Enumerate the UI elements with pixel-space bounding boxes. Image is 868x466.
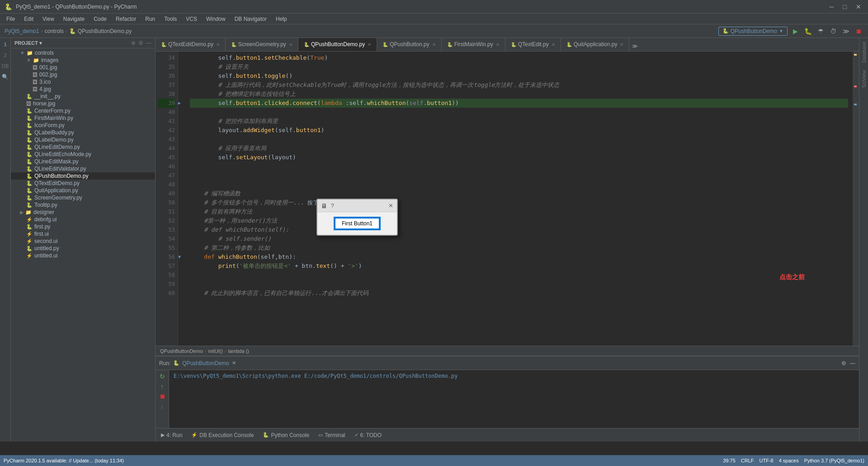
python-console-button[interactable]: 🐍 Python Console (259, 431, 313, 440)
tree-item-001jpg[interactable]: 🖼 001.jpg (11, 64, 155, 71)
db-console-button[interactable]: ⚡ DB Execution Console (188, 431, 257, 440)
tree-item-qlineeditmask[interactable]: 🐍 QLineEditMask.py (11, 158, 155, 165)
tree-item-firstui[interactable]: ⚡ first.ui (11, 230, 155, 238)
run-up-button[interactable]: ↑ (160, 383, 164, 390)
run-panel-close[interactable]: ✕ (232, 360, 236, 366)
tab-firstmainwin[interactable]: 🐍 FirstMainWin.py ✕ (442, 38, 505, 51)
tree-item-untitledpy[interactable]: 🐍 untitled.py (11, 245, 155, 252)
tab-close[interactable]: ✕ (289, 42, 292, 47)
locate-icon[interactable]: ⊕ (131, 40, 136, 46)
tree-item-init[interactable]: 🐍 __init__.py (11, 93, 155, 100)
run-tool-button[interactable]: ▶ 4: Run (157, 431, 186, 440)
todo-button[interactable]: ✓ 6: TODO (351, 431, 386, 440)
more-tabs-button[interactable]: ≫ (629, 41, 641, 51)
coverage-button[interactable]: ☂ (816, 26, 826, 36)
tree-item-qtexteditdemo[interactable]: 🐍 QTextEditDemo.py (11, 180, 155, 187)
tree-item-002jpg[interactable]: 🖼 002.jpg (11, 71, 155, 78)
menu-item-file[interactable]: File (3, 15, 19, 23)
tab-qtextedit[interactable]: 🐍 QTextEdit.py ✕ (505, 38, 561, 51)
menu-item-navigate[interactable]: Navigate (60, 15, 88, 23)
tree-item-tooltip[interactable]: 🐍 Tooltip.py (11, 201, 155, 209)
dialog-close-button[interactable]: ✕ (388, 202, 393, 209)
maximize-button[interactable]: □ (841, 3, 849, 10)
tree-item-qlabeldemo[interactable]: 🐍 QLabelDemo.py (11, 136, 155, 143)
breadcrumb-project[interactable]: PyQt5_demo1 (5, 28, 39, 34)
tree-item-designer[interactable]: ▶ 📁 designer (11, 209, 155, 216)
search-icon[interactable]: 🔍 (1, 72, 10, 81)
tab-screengeometry[interactable]: 🐍 ScreenGeometry.py ✕ (226, 38, 298, 51)
tree-item-qlabelbuddy[interactable]: 🐍 QLabelBuddy.py (11, 129, 155, 136)
menu-item-vcs[interactable]: VCS (182, 15, 201, 23)
run-panel-settings[interactable]: ⚙ (841, 360, 846, 366)
menu-item-tools[interactable]: Tools (160, 15, 180, 23)
tab-close[interactable]: ✕ (432, 42, 436, 47)
menu-item-view[interactable]: View (39, 15, 58, 23)
toolbar-right: 🐍 QPushButtonDemo ▼ ▶ 🐛 ☂ ⏱ ≫ ⏹ (718, 26, 863, 36)
run-icon: ▶ (161, 432, 165, 438)
tab-qpushbuttondemo[interactable]: 🐍 QPushButtonDemo.py ✕ (298, 38, 377, 51)
tree-item-centerform[interactable]: 🐍 CenterForm.py (11, 107, 155, 114)
collapse-icon[interactable]: — (146, 40, 151, 46)
settings-gear-icon[interactable]: ⚙ (138, 40, 143, 46)
tree-item-firstmainwin[interactable]: 🐍 FirstMainWin.py (11, 114, 155, 122)
tree-item-qlineeditecho[interactable]: 🐍 QLineEditEchoMode.py (11, 151, 155, 158)
structure-icon[interactable]: 2 (1, 51, 10, 60)
py-icon: 🐍 (26, 137, 33, 143)
todo-icon: ✓ (354, 432, 359, 438)
run-panel-minimize[interactable]: — (850, 360, 855, 366)
tree-item-qlineeditvalidator[interactable]: 🐍 QLineEditValidator.py (11, 165, 155, 172)
run-button[interactable]: ▶ (790, 26, 800, 36)
profile-button[interactable]: ⏱ (828, 26, 838, 36)
more-button[interactable]: ≫ (841, 26, 851, 36)
tree-item-secondui[interactable]: ⚡ second.ui (11, 238, 155, 245)
tab-close[interactable]: ✕ (368, 42, 371, 47)
tab-qtexteditdemo[interactable]: 🐍 QTextEditDemo.py ✕ (156, 38, 226, 51)
tree-item-images[interactable]: ▼ 📁 images (11, 57, 155, 64)
tab-qpushbutton[interactable]: 🐍 QPushButton.py ✕ (377, 38, 441, 51)
tree-item-debnfg[interactable]: ⚡ debnfg.ui (11, 216, 155, 223)
run-down-button[interactable]: ↓ (160, 403, 164, 410)
code-line-52: #第一种，用sender()方法 (190, 216, 848, 225)
sciview-panel-tab[interactable]: SciView (859, 67, 868, 91)
db-browser-icon[interactable]: DB (1, 62, 10, 71)
terminal-button[interactable]: ▭ Terminal (315, 431, 349, 440)
stop-button[interactable]: ⏹ (854, 26, 863, 36)
tab-close[interactable]: ✕ (552, 42, 555, 47)
menu-item-window[interactable]: Window (203, 15, 229, 23)
run-tab-label[interactable]: QPushButtonDemo (182, 360, 229, 366)
database-panel-tab[interactable]: Database (859, 38, 868, 67)
project-icon[interactable]: 1 (1, 40, 10, 49)
tree-item-horse[interactable]: 🖼 horse.jpg (11, 100, 155, 107)
rerun-button[interactable]: ↻ (160, 373, 165, 380)
code-editor[interactable]: 34 35 36 37 38 39 40 41 42 43 44 45 46 4… (156, 52, 859, 346)
menu-item-db navigator[interactable]: DB Navigator (231, 15, 270, 23)
tree-item-untitledui[interactable]: ⚡ untitled.ui (11, 252, 155, 259)
minimize-button[interactable]: ─ (827, 3, 836, 10)
tree-item-quitapp[interactable]: 🐍 QuitApplication.py (11, 187, 155, 194)
tab-close[interactable]: ✕ (620, 42, 623, 47)
tab-close[interactable]: ✕ (496, 42, 500, 47)
breadcrumb-controls[interactable]: controls (45, 28, 64, 34)
menu-item-help[interactable]: Help (272, 15, 291, 23)
menu-item-run[interactable]: Run (142, 15, 159, 23)
dialog-first-button[interactable]: First Button1 (335, 218, 380, 229)
tab-close[interactable]: ✕ (216, 42, 220, 47)
code-content[interactable]: self.button1.setCheckable(True) # 设置开关 s… (185, 52, 853, 346)
file-label: FirstMainWin.py (34, 115, 73, 121)
close-button[interactable]: ✕ (854, 3, 863, 10)
menu-item-code[interactable]: Code (90, 15, 110, 23)
menu-item-refactor[interactable]: Refactor (112, 15, 140, 23)
run-config-selector[interactable]: 🐍 QPushButtonDemo ▼ (718, 27, 788, 36)
stop-run-button[interactable]: ⏹ (159, 393, 165, 400)
tree-item-controls[interactable]: ▼ 📁 controls (11, 49, 155, 57)
menu-item-edit[interactable]: Edit (20, 15, 37, 23)
debug-button[interactable]: 🐛 (803, 26, 813, 36)
tree-item-firstpy[interactable]: 🐍 first.py (11, 223, 155, 230)
tree-item-qpushbuttondemo[interactable]: 🐍 QPushButtonDemo.py (11, 172, 155, 180)
tree-item-3ico[interactable]: 🖼 3.ico (11, 78, 155, 86)
tree-item-qlineeditdemo[interactable]: 🐍 QLineEditDemo.py (11, 143, 155, 151)
tab-quitapplication[interactable]: 🐍 QuitApplication.py ✕ (561, 38, 630, 51)
tree-item-screengeometry[interactable]: 🐍 ScreenGeometry.py (11, 194, 155, 201)
tree-item-iconform[interactable]: 🐍 IconForm.py (11, 122, 155, 129)
tree-item-4jpg[interactable]: 🖼 4.jpg (11, 86, 155, 93)
